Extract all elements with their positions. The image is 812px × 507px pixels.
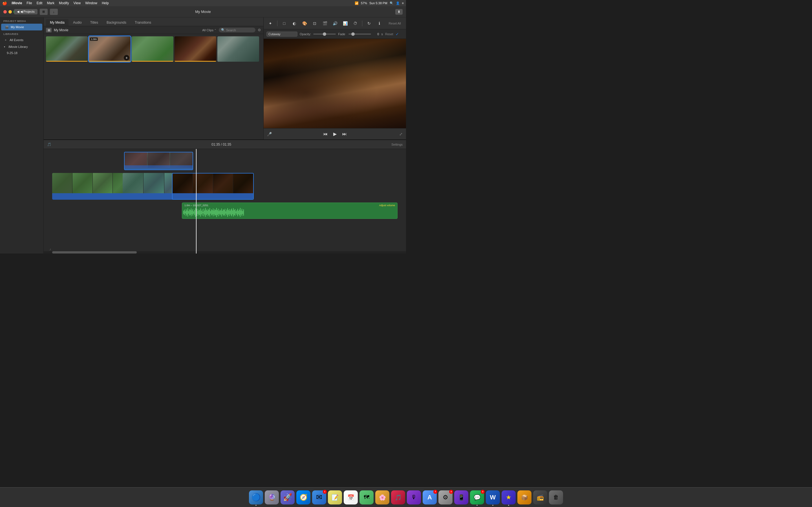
menu-window[interactable]: Window [85,1,97,5]
search-box[interactable]: 🔍 [219,27,255,33]
cutaway-clip-container: 3.9s [124,152,193,170]
sidebar-my-movie-label: My Movie [11,25,24,29]
main-area: PROJECT MEDIA 🎬 My Movie LIBRARIES ＋ All… [0,17,406,253]
tab-audio[interactable]: Audio [69,19,86,26]
menu-mark[interactable]: Mark [47,1,54,5]
apple-menu[interactable]: 🍎 [2,1,7,5]
clip-progress-bar-4 [174,61,216,62]
audio-track[interactable]: 1.0m – 101027_0251 Adjust volume [182,203,398,219]
skip-back-button[interactable]: ⏮ [323,131,327,136]
cutaway-select[interactable]: Cutaway [266,32,297,37]
imovie-library-label: iMovie Library [8,45,28,48]
rotate-icon[interactable]: ↻ [365,19,373,27]
top-panel: My Media Audio Titles Backgrounds Transi… [44,17,406,140]
film-icon: 🎬 [4,25,9,29]
magic-tool-icon[interactable]: ✦ [266,19,274,27]
menu-edit[interactable]: Edit [37,1,43,5]
titlebar-right: ⬆ [395,9,403,15]
date-label: 9-25-18 [7,51,17,55]
import-button[interactable]: ↓ [50,9,58,15]
clip-thumb-2[interactable]: 1.0m + [89,36,131,62]
menu-view[interactable]: View [73,1,81,5]
clip-thumb-1[interactable] [46,36,88,62]
media-browser: My Media Audio Titles Backgrounds Transi… [44,17,264,139]
cutaway-clip[interactable]: 3.9s [124,152,193,170]
info-icon[interactable]: ℹ [375,19,383,27]
fullscreen-icon[interactable]: ⤢ [399,132,403,136]
clip-thumb-5[interactable] [217,36,259,62]
media-toolbar: ▦ My Movie All Clips ⌃ 🔍 ⚙ [44,26,263,34]
mic-button[interactable]: 🎤 [267,132,272,136]
project-media-section: PROJECT MEDIA [0,17,43,24]
crop-tool-icon[interactable]: □ [280,19,288,27]
main-video-track [52,173,398,200]
grid-view-button[interactable]: ⊞ [40,9,48,15]
opacity-label: Opacity: [300,33,311,36]
volume-tool-icon[interactable]: 🔊 [331,19,339,27]
audio-waveform [183,207,396,217]
user-icon[interactable]: 👤 [396,1,400,5]
confirm-button[interactable]: ✓ [396,32,399,36]
color-tool-icon[interactable]: ◐ [290,19,298,27]
reset-small-button[interactable]: Reset [385,33,393,36]
menu-imovie[interactable]: iMovie [11,1,22,5]
sidebar-item-my-movie[interactable]: 🎬 My Movie [1,24,42,31]
control-center-icon[interactable]: ≡ [402,1,404,5]
fade-slider[interactable] [349,34,371,35]
minimize-button[interactable] [8,10,12,13]
all-events-label: All Events [10,38,23,42]
camera-icon[interactable]: 🎬 [321,19,329,27]
fade-thumb[interactable] [351,33,355,36]
menu-file[interactable]: File [27,1,32,5]
fade-label: Fade [338,33,345,36]
content-area: My Media Audio Titles Backgrounds Transi… [44,17,406,253]
video-preview [264,39,406,128]
close-button[interactable] [3,10,7,13]
clip-progress-bar-3 [132,61,173,62]
timeline-settings-button[interactable]: Settings [391,143,403,146]
sidebar-item-all-events[interactable]: ＋ All Events [0,37,43,43]
browser-title: My Movie [54,28,200,32]
sidebar-toggle-button[interactable]: ▦ [46,28,52,33]
clip-thumb-4[interactable] [174,36,216,62]
palette-icon[interactable]: 🎨 [301,19,308,27]
clip-thumb-3[interactable] [132,36,173,62]
chevron-down-icon: ▾ [2,45,7,49]
projects-button[interactable]: ◀ ◀ Projects [14,9,38,14]
opacity-slider[interactable] [313,34,336,35]
clip-progress-bar-1 [46,61,88,62]
fade-unit: s [381,33,383,36]
clips-filter-chevron: ⌃ [214,29,216,32]
search-input[interactable] [226,29,254,32]
tab-titles[interactable]: Titles [86,19,102,26]
scrollbar-thumb[interactable] [52,251,137,253]
stabilize-icon[interactable]: ⊡ [311,19,319,27]
timeline-volume-icon[interactable]: 🎵 [47,143,51,147]
playhead-indicator [195,149,198,150]
divider-2 [362,20,362,26]
clips-filter[interactable]: All Clips ⌃ [202,29,216,32]
skip-forward-button[interactable]: ⏭ [342,131,347,136]
clip-add-button-2[interactable]: + [124,55,130,61]
window-title: My Movie [195,10,211,14]
tab-transitions[interactable]: Transitions [131,19,155,26]
search-menubar-icon[interactable]: 🔍 [390,1,394,5]
sidebar-item-imovie-library[interactable]: ▾ iMovie Library [0,43,43,50]
settings-gear-icon[interactable]: ⚙ [258,28,261,32]
menu-help[interactable]: Help [102,1,109,5]
divider-1 [277,20,277,26]
chart-icon[interactable]: 📊 [341,19,349,27]
opacity-thumb[interactable] [323,33,326,36]
timeline-scrollbar[interactable] [44,251,406,253]
sidebar-item-date[interactable]: 9-25-18 [0,50,43,56]
menu-modify[interactable]: Modify [59,1,69,5]
share-button[interactable]: ⬆ [395,9,403,15]
reset-all-button[interactable]: Reset All [387,21,403,26]
playhead [196,149,197,253]
tab-backgrounds[interactable]: Backgrounds [103,19,130,26]
main-clip-3[interactable] [172,173,254,200]
titlebar-left: ◀ ◀ Projects ⊞ ↓ [14,9,58,15]
play-button[interactable]: ▶ [333,131,337,136]
speed-icon[interactable]: ⏱ [351,19,359,27]
tab-my-media[interactable]: My Media [46,19,68,26]
